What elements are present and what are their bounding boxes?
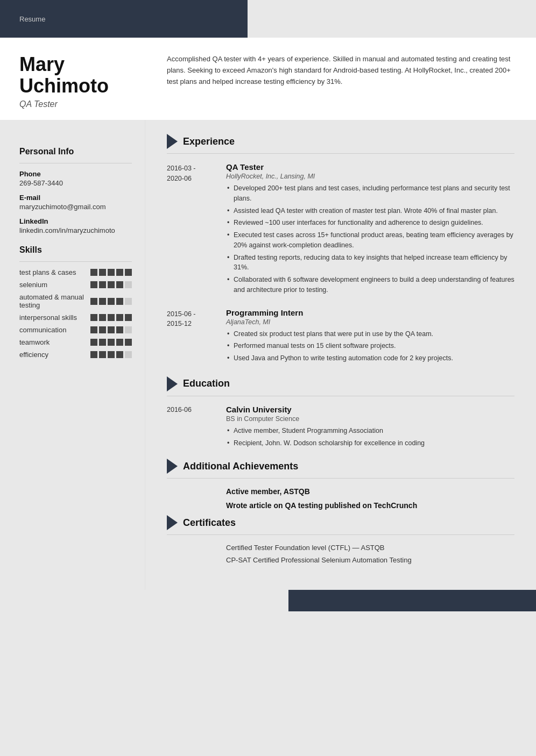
skill-bars (90, 314, 132, 321)
skill-row: automated & manual testing (19, 293, 132, 309)
education-title: Education (183, 378, 230, 389)
bar-filled-icon (90, 326, 97, 333)
bar-filled-icon (99, 298, 106, 305)
edu-date: 2016-06 (167, 405, 226, 451)
skills-container: test plans & casesseleniumautomated & ma… (19, 268, 132, 359)
skill-name: efficiency (19, 351, 86, 359)
bar-filled-icon (108, 281, 115, 288)
name-title-block: Mary Uchimoto QA Tester (0, 38, 145, 120)
bar-filled-icon (116, 269, 123, 276)
bar-filled-icon (90, 269, 97, 276)
bar-filled-icon (99, 269, 106, 276)
experience-header: Experience (167, 134, 514, 149)
bar-filled-icon (108, 326, 115, 333)
resume-label: Resume (19, 15, 45, 23)
bar-filled-icon (116, 298, 123, 305)
achievements-divider (167, 478, 514, 479)
bar-empty-icon (125, 281, 132, 288)
bar-filled-icon (108, 314, 115, 321)
bottom-bar-row (0, 590, 536, 611)
education-container: 2016-06Calvin UniversityBS in Computer S… (167, 405, 514, 451)
top-bar: Resume (0, 0, 248, 38)
achievements-container: Active member, ASTQBWrote article on QA … (167, 487, 514, 510)
edu-bullets: Active member, Student Programming Assoc… (226, 426, 514, 448)
exp-bullet: Assisted lead QA tester with creation of… (226, 206, 514, 216)
bar-filled-icon (125, 269, 132, 276)
bar-filled-icon (116, 326, 123, 333)
experience-divider (167, 153, 514, 154)
exp-job-title: Programming Intern (226, 308, 514, 317)
certificate-item: CP-SAT Certified Professional Selenium A… (167, 556, 514, 564)
exp-bullet: Executed test cases across 15+ functiona… (226, 230, 514, 251)
achievement-item: Wrote article on QA testing published on… (167, 501, 514, 510)
skill-name: selenium (19, 281, 86, 289)
edu-bullet: Recipient, John. W. Dodson scholarship f… (226, 438, 514, 448)
skill-row: teamwork (19, 338, 132, 346)
content-body: Personal Info Phone 269-587-3440 E-mail … (0, 120, 536, 590)
achievement-text: Active member, ASTQB (226, 487, 310, 496)
summary-text: Accomplished QA tester with 4+ years of … (167, 54, 514, 87)
certificates-title: Certificates (183, 517, 236, 529)
exp-bullets: Developed 200+ test plans and test cases… (226, 183, 514, 295)
edu-bullet: Active member, Student Programming Assoc… (226, 426, 514, 436)
skills-divider (19, 261, 132, 262)
edu-degree: BS in Computer Science (226, 415, 514, 423)
bar-filled-icon (108, 269, 115, 276)
exp-dates: 2015-06 -2015-12 (167, 308, 226, 366)
bar-filled-icon (90, 298, 97, 305)
bar-filled-icon (116, 281, 123, 288)
skill-name: teamwork (19, 338, 86, 346)
exp-bullet: Used Java and Python to write testing au… (226, 353, 514, 363)
email-label: E-mail (19, 194, 132, 202)
bar-empty-icon (125, 351, 132, 358)
skill-row: communication (19, 326, 132, 334)
experience-entry: 2015-06 -2015-12Programming InternAljana… (167, 308, 514, 366)
exp-bullet: Created six product test plans that were… (226, 329, 514, 339)
exp-details: QA TesterHollyRocket, Inc., Lansing, MID… (226, 162, 514, 297)
achievement-spacer (167, 501, 226, 510)
bottom-bar (288, 590, 536, 611)
bar-filled-icon (99, 326, 106, 333)
bar-filled-icon (125, 339, 132, 346)
education-entry: 2016-06Calvin UniversityBS in Computer S… (167, 405, 514, 451)
certificates-container: Certified Tester Foundation level (CTFL)… (167, 544, 514, 564)
person-title: QA Tester (19, 99, 132, 109)
exp-bullet: Reviewed ~100 user interfaces for functi… (226, 218, 514, 228)
skill-name: automated & manual testing (19, 293, 86, 309)
bar-filled-icon (90, 314, 97, 321)
bar-filled-icon (99, 314, 106, 321)
person-name: Mary Uchimoto (19, 54, 132, 96)
bar-filled-icon (116, 314, 123, 321)
skill-row: efficiency (19, 351, 132, 359)
exp-job-title: QA Tester (226, 162, 514, 172)
achievements-header: Additional Achievements (167, 459, 514, 474)
exp-bullet: Developed 200+ test plans and test cases… (226, 183, 514, 204)
cert-text: CP-SAT Certified Professional Selenium A… (226, 556, 412, 564)
skill-row: selenium (19, 281, 132, 289)
bar-filled-icon (125, 314, 132, 321)
linkedin-value: linkedin.com/in/maryzuchimoto (19, 226, 132, 234)
achievement-spacer (167, 487, 226, 496)
exp-company: HollyRocket, Inc., Lansing, MI (226, 173, 514, 180)
edu-school: Calvin University (226, 405, 514, 414)
right-column: Experience 2016-03 -2020-06QA TesterHoll… (145, 120, 536, 590)
bar-filled-icon (90, 351, 97, 358)
exp-bullet: Collaborated with 6 software development… (226, 275, 514, 295)
skill-row: interpersonal skills (19, 313, 132, 322)
exp-bullets: Created six product test plans that were… (226, 329, 514, 363)
email-value: maryzuchimoto@gmail.com (19, 203, 132, 211)
experience-arrow-icon (167, 134, 178, 149)
achievement-item: Active member, ASTQB (167, 487, 514, 496)
cert-text: Certified Tester Foundation level (CTFL)… (226, 544, 385, 552)
bar-filled-icon (116, 339, 123, 346)
experience-title: Experience (183, 136, 235, 147)
achievements-title: Additional Achievements (183, 461, 298, 472)
skill-name: interpersonal skills (19, 313, 86, 322)
exp-dates: 2016-03 -2020-06 (167, 162, 226, 297)
certificates-header: Certificates (167, 515, 514, 530)
bar-filled-icon (108, 298, 115, 305)
cert-spacer (167, 544, 226, 552)
education-arrow-icon (167, 376, 178, 391)
exp-details: Programming InternAljanaTech, MICreated … (226, 308, 514, 366)
skills-title: Skills (19, 245, 132, 255)
